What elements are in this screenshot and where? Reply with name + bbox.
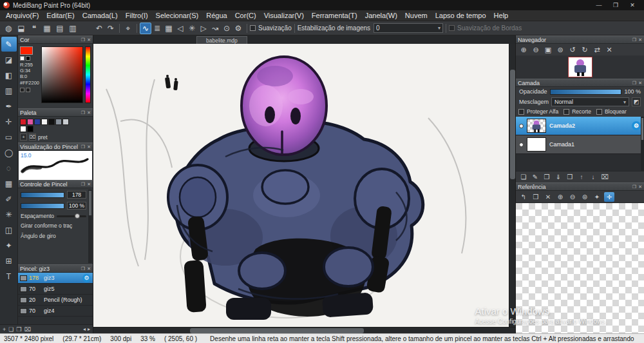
menu-cor[interactable]: Cor(C) [231, 11, 260, 20]
eyedropper-tool[interactable]: ✦ [1, 238, 17, 253]
add-brush-icon[interactable]: + [3, 326, 6, 333]
rotate-ccw-icon[interactable]: ↺ [567, 45, 578, 55]
snap-settings-icon[interactable]: ⚙ [232, 23, 244, 34]
proteger-alfa-checkbox[interactable] [518, 109, 524, 115]
float-panel-icon[interactable]: ❐ [81, 37, 85, 43]
estabilizacao-dropdown[interactable]: 0 ▾ [374, 23, 443, 33]
close-panel-icon[interactable]: ✕ [638, 81, 642, 86]
palette-swatch[interactable] [20, 126, 26, 132]
float-panel-icon[interactable]: ❐ [81, 266, 85, 271]
brush-tool[interactable]: ✎ [1, 37, 17, 52]
reset-view-icon[interactable]: ✕ [604, 45, 614, 55]
float-panel-icon[interactable]: ❐ [81, 182, 85, 187]
delete-layer-icon[interactable]: ⌧ [600, 172, 610, 182]
open-folder-icon[interactable]: ❒ [531, 192, 541, 202]
menu-regua[interactable]: Régua [202, 11, 231, 20]
lasso-tool[interactable]: ◌ [1, 161, 17, 175]
layer-visibility-icon[interactable] [519, 142, 524, 147]
magic-wand-tool[interactable]: ✳ [1, 207, 17, 222]
menu-camada[interactable]: Camada(L) [79, 11, 122, 20]
close-panel-icon[interactable]: ✕ [87, 144, 91, 150]
controle-scrollbar[interactable] [88, 190, 92, 263]
gradient-tool[interactable]: ▥ [1, 83, 17, 98]
snap-circle-icon[interactable]: ⊙ [221, 23, 232, 34]
menu-visualizar[interactable]: Visualizar(V) [260, 11, 308, 20]
undo-icon[interactable]: ↶ [93, 23, 105, 34]
crosshair-icon[interactable]: ⌖ [122, 23, 134, 34]
stroke-correction-icon[interactable]: ∿ [140, 23, 151, 34]
close-panel-icon[interactable]: ✕ [87, 37, 91, 43]
color-option-1[interactable] [20, 88, 24, 92]
palette-swatch[interactable] [41, 119, 48, 125]
new-layer-settings-icon[interactable]: ✎ [530, 172, 540, 182]
espacamento-slider[interactable] [57, 215, 86, 217]
brush-settings-icon[interactable]: ⚙ [82, 274, 91, 282]
bg-color-swatch[interactable] [26, 56, 30, 61]
snap-curve-icon[interactable]: ↝ [209, 23, 221, 34]
color-option-2[interactable] [26, 88, 30, 92]
ref-zoom-in-icon[interactable]: ⊕ [555, 192, 565, 202]
brush-list-item[interactable]: 20 Pencil (Rough) [18, 295, 93, 306]
brush-size-slider[interactable] [21, 192, 64, 198]
palette-swatch[interactable] [55, 119, 62, 125]
close-panel-icon[interactable]: ✕ [638, 184, 642, 190]
bucket-tool[interactable]: ◧ [1, 68, 17, 83]
maximize-button[interactable]: ❐ [607, 2, 624, 8]
girar-label[interactable]: Girar conforme o traç [21, 222, 86, 229]
palette-swatch[interactable] [34, 119, 41, 125]
brush-list-item[interactable]: 70 giz4 [18, 306, 93, 317]
ref-eyedropper-icon[interactable]: ✦ [592, 192, 602, 202]
blend-options-button[interactable]: ◩ [632, 97, 641, 106]
menu-nuvem[interactable]: Nuvem [401, 11, 431, 20]
hatch-icon[interactable]: ≣ [151, 23, 163, 34]
hue-slider[interactable] [85, 46, 91, 103]
brush-list-item[interactable]: 178 giz3 ⚙ [18, 273, 93, 284]
minimize-button[interactable]: — [591, 2, 607, 8]
snap-parallel-icon[interactable]: ▷ [198, 23, 209, 34]
move-tool[interactable]: ✛ [1, 114, 17, 129]
layer-opacity-slider[interactable] [550, 89, 622, 95]
menu-janela[interactable]: Janela(W) [361, 11, 401, 20]
close-panel-icon[interactable]: ✕ [87, 182, 91, 187]
canvas-horizontal-scrollbar[interactable] [93, 327, 515, 333]
angulo-label[interactable]: Ângulo de giro [21, 233, 86, 239]
canvas-surface[interactable] [93, 44, 509, 327]
menu-help[interactable]: Help [490, 11, 513, 20]
suavizacao-checkbox[interactable] [250, 25, 256, 31]
menu-filtro[interactable]: Filtro(I) [122, 11, 152, 20]
menu-arquivo[interactable]: Arquivo(F) [2, 11, 43, 20]
layer-visibility-icon[interactable] [519, 124, 524, 128]
ref-pan-icon[interactable]: ✛ [604, 192, 614, 202]
float-panel-icon[interactable]: ❐ [632, 81, 636, 86]
palette-swatch[interactable] [62, 119, 69, 125]
duplicate-layer-icon[interactable]: ❐ [542, 172, 552, 182]
close-panel-icon[interactable]: ✕ [87, 266, 91, 271]
fg-color-swatch[interactable] [20, 56, 24, 61]
ref-zoom-reset-icon[interactable]: ⊜ [580, 192, 590, 202]
scroll-left-icon[interactable]: ◂ [83, 326, 86, 332]
palette-swatch[interactable] [27, 126, 33, 132]
redo-icon[interactable]: ↷ [105, 23, 117, 34]
scroll-right-icon[interactable]: ▸ [88, 326, 90, 332]
saturation-value-picker[interactable] [41, 46, 83, 103]
snap-off-icon[interactable]: ◁ [175, 23, 186, 34]
cloud-icon[interactable]: ◍ [3, 23, 14, 34]
palette-swatch[interactable] [20, 119, 26, 125]
comment-icon[interactable]: ❝ [28, 23, 40, 34]
select-pen-tool[interactable]: ✐ [1, 191, 17, 206]
float-panel-icon[interactable]: ❐ [632, 37, 636, 43]
grid-snap-icon[interactable]: ▦ [163, 23, 175, 34]
bordas-checkbox[interactable] [449, 25, 455, 31]
ref-zoom-out-icon[interactable]: ⊖ [567, 192, 578, 202]
palette-swatch[interactable] [48, 119, 55, 125]
zoom-in-icon[interactable]: ⊕ [518, 45, 529, 55]
menu-ferramenta[interactable]: Ferramenta(T) [308, 11, 361, 20]
blend-mode-dropdown[interactable]: Normal ▾ [551, 97, 629, 106]
new-layer-icon[interactable]: ❏ [518, 172, 529, 182]
move-layer-down-icon[interactable]: ↓ [588, 172, 598, 182]
menu-lapso[interactable]: Lapso de tempo [431, 11, 490, 20]
pen-tool[interactable]: ✒ [1, 99, 17, 113]
layout-cols-icon[interactable]: ▥ [67, 23, 79, 34]
float-panel-icon[interactable]: ❐ [632, 184, 636, 190]
navegador-thumbnail[interactable] [569, 57, 592, 77]
